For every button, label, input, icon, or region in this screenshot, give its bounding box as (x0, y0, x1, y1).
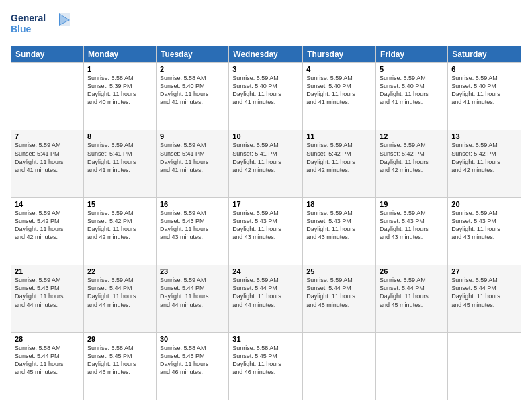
day-cell: 24Sunrise: 5:59 AM Sunset: 5:44 PM Dayli… (229, 265, 303, 332)
weekday-header-friday: Friday (376, 46, 448, 63)
weekday-header-wednesday: Wednesday (229, 46, 303, 63)
day-number: 17 (232, 200, 299, 208)
day-number: 25 (306, 267, 372, 275)
day-number: 5 (380, 65, 444, 73)
day-info: Sunrise: 5:58 AM Sunset: 5:40 PM Dayligh… (160, 74, 225, 107)
day-number: 28 (15, 335, 80, 343)
day-number: 8 (87, 132, 152, 140)
day-info: Sunrise: 5:59 AM Sunset: 5:42 PM Dayligh… (87, 209, 152, 242)
day-info: Sunrise: 5:59 AM Sunset: 5:41 PM Dayligh… (87, 141, 152, 174)
day-number: 10 (232, 132, 299, 140)
day-cell: 18Sunrise: 5:59 AM Sunset: 5:43 PM Dayli… (303, 197, 376, 265)
day-info: Sunrise: 5:58 AM Sunset: 5:45 PM Dayligh… (232, 344, 299, 377)
day-cell: 26Sunrise: 5:59 AM Sunset: 5:44 PM Dayli… (376, 265, 448, 332)
day-cell: 6Sunrise: 5:59 AM Sunset: 5:40 PM Daylig… (448, 63, 521, 130)
day-number: 12 (380, 132, 444, 140)
week-row-5: 28Sunrise: 5:58 AM Sunset: 5:44 PM Dayli… (11, 332, 521, 400)
day-cell: 20Sunrise: 5:59 AM Sunset: 5:43 PM Dayli… (448, 197, 521, 265)
day-cell: 29Sunrise: 5:58 AM Sunset: 5:45 PM Dayli… (83, 332, 156, 400)
logo: General Blue (11, 11, 71, 40)
day-number: 13 (451, 132, 517, 140)
weekday-header-thursday: Thursday (303, 46, 376, 63)
day-number: 21 (15, 267, 80, 275)
day-info: Sunrise: 5:59 AM Sunset: 5:41 PM Dayligh… (232, 141, 299, 174)
day-cell: 27Sunrise: 5:59 AM Sunset: 5:44 PM Dayli… (448, 265, 521, 332)
day-cell (376, 332, 448, 400)
day-info: Sunrise: 5:59 AM Sunset: 5:43 PM Dayligh… (15, 276, 80, 309)
week-row-3: 14Sunrise: 5:59 AM Sunset: 5:42 PM Dayli… (11, 197, 521, 265)
day-info: Sunrise: 5:59 AM Sunset: 5:40 PM Dayligh… (306, 74, 372, 107)
day-info: Sunrise: 5:58 AM Sunset: 5:45 PM Dayligh… (87, 344, 152, 377)
day-cell: 3Sunrise: 5:59 AM Sunset: 5:40 PM Daylig… (229, 63, 303, 130)
day-info: Sunrise: 5:59 AM Sunset: 5:40 PM Dayligh… (232, 74, 299, 107)
day-info: Sunrise: 5:59 AM Sunset: 5:42 PM Dayligh… (306, 141, 372, 174)
day-number: 6 (451, 65, 517, 73)
day-cell: 25Sunrise: 5:59 AM Sunset: 5:44 PM Dayli… (303, 265, 376, 332)
day-cell: 7Sunrise: 5:59 AM Sunset: 5:41 PM Daylig… (11, 130, 84, 197)
day-number: 22 (87, 267, 152, 275)
day-number: 27 (451, 267, 517, 275)
day-cell: 17Sunrise: 5:59 AM Sunset: 5:43 PM Dayli… (229, 197, 303, 265)
page: General Blue SundayMondayTuesdayWednesda… (0, 0, 532, 411)
week-row-2: 7Sunrise: 5:59 AM Sunset: 5:41 PM Daylig… (11, 130, 521, 197)
day-info: Sunrise: 5:59 AM Sunset: 5:41 PM Dayligh… (15, 141, 80, 174)
weekday-header-monday: Monday (83, 46, 156, 63)
day-number: 18 (306, 200, 372, 208)
day-cell: 13Sunrise: 5:59 AM Sunset: 5:42 PM Dayli… (448, 130, 521, 197)
day-number: 1 (87, 65, 152, 73)
day-info: Sunrise: 5:59 AM Sunset: 5:43 PM Dayligh… (380, 209, 444, 242)
day-info: Sunrise: 5:59 AM Sunset: 5:41 PM Dayligh… (160, 141, 225, 174)
logo-block: General Blue (11, 11, 71, 40)
calendar-table: SundayMondayTuesdayWednesdayThursdayFrid… (11, 46, 521, 400)
day-cell: 15Sunrise: 5:59 AM Sunset: 5:42 PM Dayli… (83, 197, 156, 265)
day-info: Sunrise: 5:58 AM Sunset: 5:44 PM Dayligh… (15, 344, 80, 377)
day-info: Sunrise: 5:59 AM Sunset: 5:43 PM Dayligh… (451, 209, 517, 242)
day-info: Sunrise: 5:59 AM Sunset: 5:43 PM Dayligh… (232, 209, 299, 242)
day-info: Sunrise: 5:59 AM Sunset: 5:44 PM Dayligh… (160, 276, 225, 309)
day-info: Sunrise: 5:59 AM Sunset: 5:42 PM Dayligh… (451, 141, 517, 174)
day-cell: 1Sunrise: 5:58 AM Sunset: 5:39 PM Daylig… (83, 63, 156, 130)
day-number: 14 (15, 200, 80, 208)
day-cell: 2Sunrise: 5:58 AM Sunset: 5:40 PM Daylig… (156, 63, 228, 130)
day-number: 31 (232, 335, 299, 343)
day-number: 29 (87, 335, 152, 343)
day-info: Sunrise: 5:59 AM Sunset: 5:40 PM Dayligh… (451, 74, 517, 107)
day-cell: 11Sunrise: 5:59 AM Sunset: 5:42 PM Dayli… (303, 130, 376, 197)
day-cell: 4Sunrise: 5:59 AM Sunset: 5:40 PM Daylig… (303, 63, 376, 130)
day-info: Sunrise: 5:59 AM Sunset: 5:44 PM Dayligh… (451, 276, 517, 309)
day-cell: 22Sunrise: 5:59 AM Sunset: 5:44 PM Dayli… (83, 265, 156, 332)
day-cell: 30Sunrise: 5:58 AM Sunset: 5:45 PM Dayli… (156, 332, 228, 400)
day-info: Sunrise: 5:59 AM Sunset: 5:43 PM Dayligh… (160, 209, 225, 242)
day-info: Sunrise: 5:58 AM Sunset: 5:39 PM Dayligh… (87, 74, 152, 107)
weekday-header-sunday: Sunday (11, 46, 84, 63)
day-cell: 10Sunrise: 5:59 AM Sunset: 5:41 PM Dayli… (229, 130, 303, 197)
week-row-4: 21Sunrise: 5:59 AM Sunset: 5:43 PM Dayli… (11, 265, 521, 332)
day-info: Sunrise: 5:59 AM Sunset: 5:44 PM Dayligh… (87, 276, 152, 309)
day-cell: 21Sunrise: 5:59 AM Sunset: 5:43 PM Dayli… (11, 265, 84, 332)
weekday-header-saturday: Saturday (448, 46, 521, 63)
day-number: 23 (160, 267, 225, 275)
day-number: 4 (306, 65, 372, 73)
day-cell: 12Sunrise: 5:59 AM Sunset: 5:42 PM Dayli… (376, 130, 448, 197)
svg-text:General: General (11, 13, 46, 24)
day-number: 30 (160, 335, 225, 343)
day-number: 3 (232, 65, 299, 73)
header: General Blue (11, 11, 521, 40)
day-cell: 31Sunrise: 5:58 AM Sunset: 5:45 PM Dayli… (229, 332, 303, 400)
day-number: 15 (87, 200, 152, 208)
day-number: 16 (160, 200, 225, 208)
day-info: Sunrise: 5:59 AM Sunset: 5:42 PM Dayligh… (380, 141, 444, 174)
day-cell: 23Sunrise: 5:59 AM Sunset: 5:44 PM Dayli… (156, 265, 228, 332)
day-cell (303, 332, 376, 400)
day-info: Sunrise: 5:59 AM Sunset: 5:44 PM Dayligh… (306, 276, 372, 309)
logo-svg: General Blue (11, 11, 71, 38)
day-cell: 28Sunrise: 5:58 AM Sunset: 5:44 PM Dayli… (11, 332, 84, 400)
day-cell (11, 63, 84, 130)
day-info: Sunrise: 5:58 AM Sunset: 5:45 PM Dayligh… (160, 344, 225, 377)
day-cell: 9Sunrise: 5:59 AM Sunset: 5:41 PM Daylig… (156, 130, 228, 197)
day-info: Sunrise: 5:59 AM Sunset: 5:43 PM Dayligh… (306, 209, 372, 242)
day-cell: 14Sunrise: 5:59 AM Sunset: 5:42 PM Dayli… (11, 197, 84, 265)
day-info: Sunrise: 5:59 AM Sunset: 5:44 PM Dayligh… (232, 276, 299, 309)
day-cell: 16Sunrise: 5:59 AM Sunset: 5:43 PM Dayli… (156, 197, 228, 265)
day-number: 11 (306, 132, 372, 140)
